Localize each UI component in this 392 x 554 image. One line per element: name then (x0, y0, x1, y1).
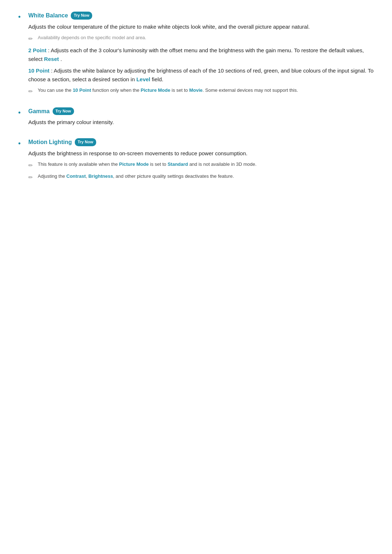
two-point-detail: 2 Point : Adjusts each of the 3 colour's… (28, 46, 374, 63)
two-point-body: Adjusts each of the 3 colour's luminosit… (28, 47, 364, 62)
standard-link[interactable]: Standard (168, 161, 188, 167)
white-balance-try-now[interactable]: Try Now (71, 12, 92, 20)
ten-point-separator: : (51, 67, 54, 74)
ten-point-end: field. (152, 76, 163, 82)
gamma-section: • Gamma Try Now Adjusts the primary colo… (18, 107, 374, 130)
gamma-heading: Gamma (28, 107, 50, 116)
bullet-gamma: • (18, 107, 28, 130)
ten-point-detail: 10 Point : Adjusts the white balance by … (28, 66, 374, 84)
white-balance-availability-note: ✏ Availability depends on the specific m… (28, 34, 374, 43)
pencil-icon-3: ✏ (28, 161, 35, 170)
motion-lighting-note-1: ✏ This feature is only available when th… (28, 161, 374, 170)
pencil-icon-1: ✏ (28, 34, 35, 43)
motion-lighting-content: Motion Lighting Try Now Adjusts the brig… (28, 138, 374, 185)
picture-mode-link-2[interactable]: Picture Mode (119, 161, 149, 167)
pencil-icon-4: ✏ (28, 173, 35, 182)
ten-point-title: 10 Point (28, 67, 49, 74)
pencil-icon-2: ✏ (28, 87, 35, 96)
gamma-try-now[interactable]: Try Now (53, 107, 74, 115)
two-point-separator: : (48, 47, 51, 53)
motion-lighting-note-2: ✏ Adjusting the Contrast, Brightness, an… (28, 173, 374, 182)
gamma-description: Adjusts the primary colour intensity. (28, 118, 374, 127)
reset-link[interactable]: Reset (44, 56, 59, 62)
gamma-content: Gamma Try Now Adjusts the primary colour… (28, 107, 374, 130)
bullet-motion-lighting: • (18, 138, 28, 185)
white-balance-availability-text: Availability depends on the specific mod… (38, 34, 146, 41)
contrast-link[interactable]: Contrast (66, 173, 86, 179)
ten-point-body: Adjusts the white balance by adjusting t… (28, 67, 373, 82)
ten-point-link[interactable]: 10 Point (73, 87, 91, 93)
bullet-white-balance: • (18, 11, 28, 99)
motion-lighting-title-row: Motion Lighting Try Now (28, 138, 374, 147)
gamma-title-row: Gamma Try Now (28, 107, 374, 116)
ten-point-note-text: You can use the 10 Point function only w… (38, 87, 298, 94)
white-balance-description: Adjusts the colour temperature of the pi… (28, 22, 374, 31)
white-balance-content: White Balance Try Now Adjusts the colour… (28, 11, 374, 99)
motion-lighting-note-1-text: This feature is only available when the … (38, 161, 257, 168)
two-point-end: . (60, 56, 62, 62)
two-point-text: 2 Point : Adjusts each of the 3 colour's… (28, 46, 374, 63)
motion-lighting-note-2-text: Adjusting the Contrast, Brightness, and … (38, 173, 234, 180)
ten-point-text: 10 Point : Adjusts the white balance by … (28, 66, 374, 84)
motion-lighting-try-now[interactable]: Try Now (75, 138, 96, 146)
motion-lighting-heading: Motion Lighting (28, 138, 72, 147)
white-balance-section: • White Balance Try Now Adjusts the colo… (18, 11, 374, 99)
level-link[interactable]: Level (136, 76, 150, 82)
picture-mode-link-1[interactable]: Picture Mode (141, 87, 171, 93)
motion-lighting-section: • Motion Lighting Try Now Adjusts the br… (18, 138, 374, 185)
motion-lighting-description: Adjusts the brightness in response to on… (28, 149, 374, 158)
two-point-title: 2 Point (28, 47, 46, 53)
ten-point-note: ✏ You can use the 10 Point function only… (28, 87, 374, 96)
white-balance-title-row: White Balance Try Now (28, 11, 374, 20)
white-balance-heading: White Balance (28, 11, 68, 20)
brightness-link[interactable]: Brightness (88, 173, 113, 179)
movie-link[interactable]: Movie (189, 87, 203, 93)
